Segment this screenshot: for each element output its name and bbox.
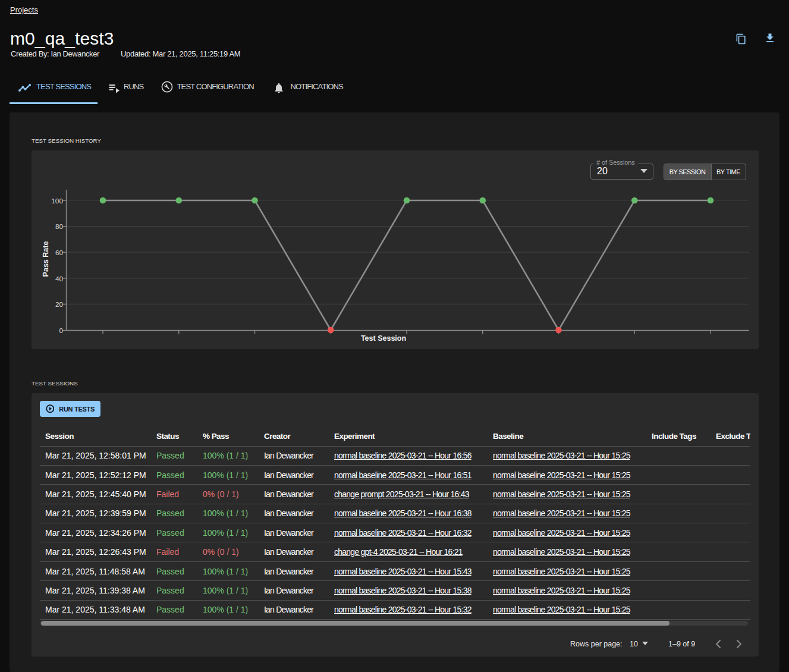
svg-text:Test Session: Test Session xyxy=(361,334,406,343)
svg-text:100: 100 xyxy=(51,197,63,205)
svg-text:80: 80 xyxy=(55,222,64,231)
svg-text:Pass Rate: Pass Rate xyxy=(42,241,50,277)
svg-text:20: 20 xyxy=(55,300,64,309)
svg-text:40: 40 xyxy=(55,275,64,283)
svg-text:60: 60 xyxy=(55,249,64,257)
svg-text:0: 0 xyxy=(59,326,63,335)
